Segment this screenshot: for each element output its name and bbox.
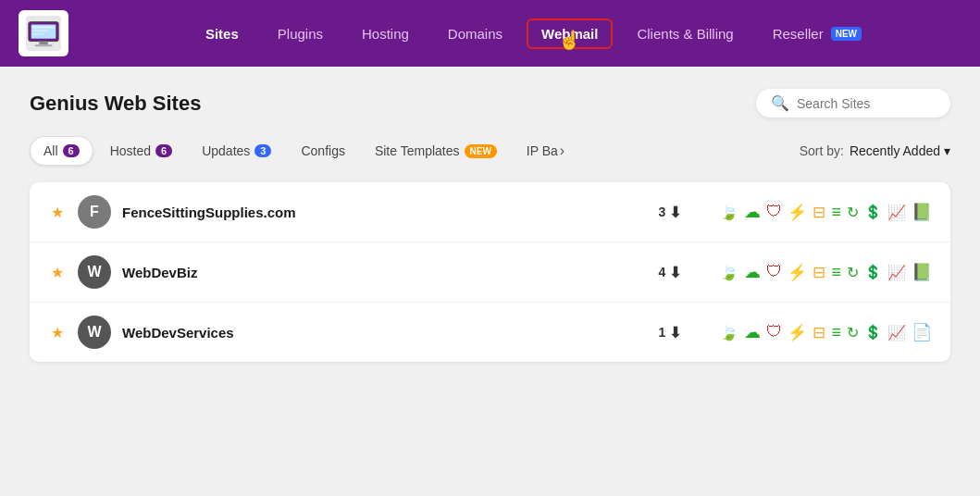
tab-ip-ban-arrow: ›	[560, 143, 564, 159]
star-icon[interactable]: ★	[48, 264, 67, 281]
leaf-icon[interactable]: 🍃	[720, 264, 738, 281]
svg-rect-3	[39, 42, 48, 45]
nav-item-hosting[interactable]: Hosting	[347, 19, 424, 49]
svg-rect-6	[33, 30, 49, 31]
nav-item-domains[interactable]: Domains	[433, 19, 517, 49]
cloud-icon[interactable]: ☁	[744, 262, 761, 282]
nav-item-webmail[interactable]: Webmail ☝	[527, 19, 613, 49]
star-icon[interactable]: ★	[48, 324, 67, 341]
tab-updates[interactable]: Updates 3	[189, 137, 284, 165]
cloud-icon[interactable]: ☁	[744, 202, 761, 222]
shield-icon[interactable]: 🛡	[766, 323, 782, 341]
nav-item-reseller[interactable]: Reseller NEW	[758, 19, 876, 49]
dollar-icon[interactable]: 💲	[864, 324, 882, 341]
bars-icon[interactable]: ≡	[831, 203, 841, 222]
avatar: F	[78, 195, 111, 229]
refresh-icon[interactable]: ↻	[847, 264, 859, 281]
tab-site-templates[interactable]: Site Templates NEW	[362, 137, 510, 165]
bolt-icon[interactable]: ⚡	[788, 323, 807, 342]
tab-hosted[interactable]: Hosted 6	[97, 137, 185, 165]
svg-rect-7	[33, 33, 43, 35]
page-title: Genius Web Sites	[30, 92, 201, 116]
layers-icon[interactable]: ⊟	[813, 203, 825, 222]
cloud-icon[interactable]: ☁	[744, 322, 761, 342]
chart-icon[interactable]: 📈	[887, 264, 906, 281]
sort-chevron-icon: ▾	[944, 143, 950, 158]
dollar-icon[interactable]: 💲	[864, 264, 882, 280]
site-count: 1 ⬇	[658, 324, 709, 341]
action-icons: 🍃 ☁ 🛡 ⚡ ⊟ ≡ ↻ 💲 📈 📗	[720, 202, 932, 222]
sort-value: Recently Added	[850, 143, 940, 158]
svg-rect-4	[35, 44, 53, 46]
layers-icon[interactable]: ⊟	[813, 263, 825, 282]
tab-all-count: 6	[63, 144, 80, 157]
page-header: Genius Web Sites 🔍	[30, 89, 950, 118]
tab-ip-ban[interactable]: IP Ba ›	[514, 136, 577, 166]
action-icons: 🍃 ☁ 🛡 ⚡ ⊟ ≡ ↻ 💲 📈 📗	[720, 262, 932, 282]
tabs-row: All 6 Hosted 6 Updates 3 Configs Site Te…	[30, 136, 950, 166]
shield-icon[interactable]: 🛡	[766, 263, 782, 281]
chart-icon[interactable]: 📈	[887, 324, 906, 341]
sites-table: ★ F FenceSittingSupplies.com 3 ⬇ 🍃 ☁ 🛡 ⚡…	[30, 182, 950, 362]
main-content: Genius Web Sites 🔍 All 6 Hosted 6 Update…	[0, 67, 980, 384]
site-count: 4 ⬇	[658, 264, 709, 281]
tab-all[interactable]: All 6	[30, 136, 93, 166]
nav-item-sites[interactable]: Sites	[191, 19, 254, 49]
action-icons: 🍃 ☁ 🛡 ⚡ ⊟ ≡ ↻ 💲 📈 📄	[720, 322, 932, 342]
search-input[interactable]	[797, 96, 936, 111]
table-row: ★ F FenceSittingSupplies.com 3 ⬇ 🍃 ☁ 🛡 ⚡…	[30, 182, 950, 242]
doc-icon[interactable]: 📗	[912, 262, 932, 282]
site-name[interactable]: WebDevServices	[122, 325, 647, 341]
refresh-icon[interactable]: ↻	[847, 204, 859, 221]
leaf-icon[interactable]: 🍃	[720, 324, 738, 341]
doc-icon-gray[interactable]: 📄	[912, 322, 932, 342]
bolt-icon[interactable]: ⚡	[788, 263, 807, 282]
sort-section: Sort by: Recently Added ▾	[800, 143, 950, 158]
bars-icon[interactable]: ≡	[831, 263, 841, 282]
star-icon[interactable]: ★	[48, 204, 67, 221]
nav-item-plugins[interactable]: Plugins	[263, 19, 338, 49]
search-icon: 🔍	[771, 94, 789, 112]
tab-hosted-count: 6	[155, 144, 172, 157]
app-logo[interactable]	[19, 10, 68, 56]
download-icon[interactable]: ⬇	[669, 324, 681, 341]
sort-label: Sort by:	[800, 143, 844, 158]
shield-icon[interactable]: 🛡	[766, 203, 782, 221]
dollar-icon[interactable]: 💲	[864, 204, 882, 220]
site-name[interactable]: WebDevBiz	[122, 265, 647, 280]
tab-configs[interactable]: Configs	[288, 137, 357, 165]
nav-item-clients-billing[interactable]: Clients & Billing	[622, 19, 748, 49]
chart-icon[interactable]: 📈	[887, 204, 906, 221]
avatar: W	[78, 255, 111, 289]
tab-updates-count: 3	[254, 144, 271, 157]
search-box[interactable]: 🔍	[756, 89, 950, 118]
table-row: ★ W WebDevBiz 4 ⬇ 🍃 ☁ 🛡 ⚡ ⊟ ≡ ↻ 💲 📈 📗	[30, 242, 950, 303]
sort-dropdown[interactable]: Recently Added ▾	[850, 143, 950, 158]
site-name[interactable]: FenceSittingSupplies.com	[122, 205, 647, 220]
bars-icon[interactable]: ≡	[831, 323, 841, 342]
table-row: ★ W WebDevServices 1 ⬇ 🍃 ☁ 🛡 ⚡ ⊟ ≡ ↻ 💲 📈…	[30, 303, 950, 362]
site-count: 3 ⬇	[658, 204, 709, 221]
navbar: Sites Plugins Hosting Domains Webmail ☝ …	[0, 0, 980, 67]
bolt-icon[interactable]: ⚡	[788, 203, 807, 222]
reseller-badge: NEW	[831, 27, 862, 41]
layers-icon[interactable]: ⊟	[813, 323, 825, 342]
doc-icon[interactable]: 📗	[912, 202, 932, 222]
refresh-icon[interactable]: ↻	[847, 324, 859, 341]
download-icon[interactable]: ⬇	[669, 264, 681, 281]
site-templates-badge: NEW	[465, 144, 497, 158]
svg-rect-5	[33, 26, 55, 28]
nav-menu: Sites Plugins Hosting Domains Webmail ☝ …	[105, 19, 961, 49]
download-icon[interactable]: ⬇	[669, 204, 681, 221]
leaf-icon[interactable]: 🍃	[720, 204, 738, 221]
avatar: W	[78, 316, 111, 349]
